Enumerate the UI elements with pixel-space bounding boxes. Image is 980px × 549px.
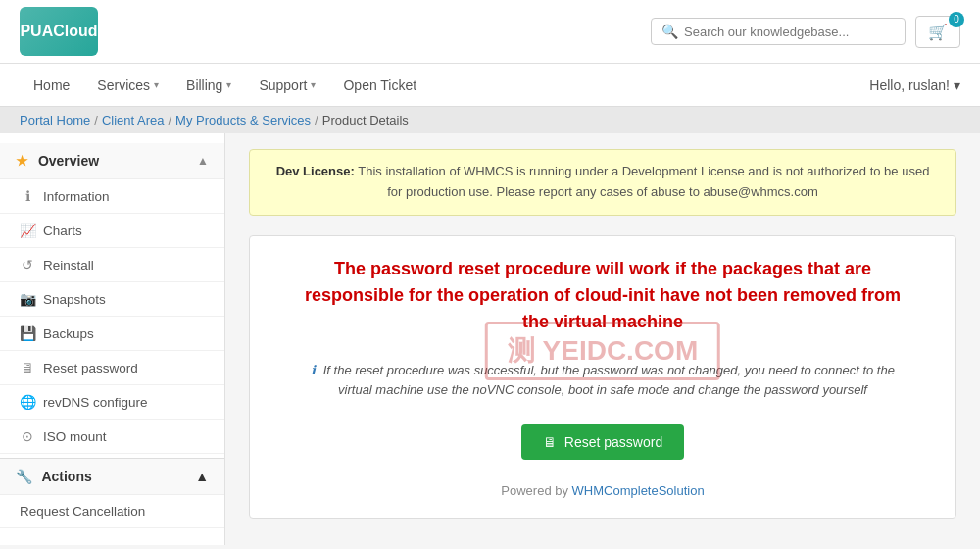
whm-complete-solution-link[interactable]: WHMCompleteSolution	[572, 483, 705, 498]
sidebar-actions-label: Actions	[41, 469, 91, 484]
dev-license-text: This installation of WHMCS is running un…	[358, 164, 929, 199]
sidebar-item-information-label: Information	[43, 189, 110, 204]
user-menu-arrow: ▾	[954, 77, 960, 93]
revdns-icon: 🌐	[20, 394, 35, 410]
overview-chevron-icon: ▲	[197, 154, 209, 168]
reset-password-button[interactable]: 🖥 Reset password	[521, 424, 684, 460]
sidebar-item-backups[interactable]: 💾 Backups	[0, 317, 224, 351]
sidebar-actions-header[interactable]: 🔧 Actions ▲	[0, 458, 224, 495]
sidebar-overview-header[interactable]: ★ Overview ▲	[0, 143, 224, 179]
logo-line1: PUA	[20, 22, 53, 40]
billing-arrow: ▾	[226, 79, 231, 90]
sidebar-item-backups-label: Backups	[43, 326, 94, 341]
header-right: 🔍 🛒 0	[651, 16, 960, 48]
nav-services[interactable]: Services ▾	[83, 64, 172, 106]
sidebar: ★ Overview ▲ ℹ Information 📈 Charts ↺ Re…	[0, 133, 225, 545]
sidebar-item-charts[interactable]: 📈 Charts	[0, 214, 224, 248]
info-note: ℹ If the reset procedure was successful,…	[270, 361, 936, 402]
sidebar-item-revdns[interactable]: 🌐 revDNS configure	[0, 385, 224, 420]
sidebar-item-information[interactable]: ℹ Information	[0, 179, 224, 214]
dev-license-bold: Dev License:	[276, 164, 355, 178]
powered-by: Powered by WHMCompleteSolution	[270, 483, 936, 498]
sidebar-item-charts-label: Charts	[43, 224, 82, 238]
actions-chevron-icon: ▲	[195, 469, 209, 484]
reset-password-button-container: 🖥 Reset password	[270, 424, 936, 460]
sidebar-item-reset-password-label: Reset password	[43, 361, 138, 375]
user-greeting: Hello, ruslan!	[869, 77, 950, 93]
snapshots-icon: 📷	[20, 291, 35, 307]
search-icon: 🔍	[662, 24, 678, 39]
logo: PUA Cloud	[20, 7, 98, 56]
breadcrumb-product-details: Product Details	[322, 113, 409, 127]
support-arrow: ▾	[311, 79, 316, 90]
iso-mount-icon: ⊙	[20, 428, 35, 444]
search-input[interactable]	[684, 25, 895, 39]
nav-support[interactable]: Support ▾	[245, 64, 329, 106]
cart-badge: 0	[949, 12, 964, 27]
sidebar-item-request-cancellation[interactable]: Request Cancellation	[0, 495, 224, 528]
nav-home[interactable]: Home	[20, 64, 83, 106]
main-content: Dev License: This installation of WHMCS …	[225, 133, 980, 545]
info-icon: ℹ	[311, 363, 316, 377]
sidebar-overview-label: Overview	[38, 153, 99, 169]
wrench-icon: 🔧	[16, 469, 32, 484]
sidebar-item-revdns-label: revDNS configure	[43, 395, 148, 410]
cart-button[interactable]: 🛒 0	[915, 16, 960, 48]
sidebar-item-iso-mount-label: ISO mount	[43, 429, 107, 444]
user-menu[interactable]: Hello, ruslan! ▾	[869, 77, 960, 93]
main-nav: Home Services ▾ Billing ▾ Support ▾ Open…	[0, 64, 980, 107]
breadcrumb: Portal Home / Client Area / My Products …	[0, 107, 980, 133]
sidebar-item-reinstall[interactable]: ↺ Reinstall	[0, 248, 224, 282]
top-header: PUA Cloud 🔍 🛒 0	[0, 0, 980, 64]
sidebar-item-snapshots-label: Snapshots	[43, 292, 106, 307]
sidebar-item-iso-mount[interactable]: ⊙ ISO mount	[0, 420, 224, 454]
main-content-inner: The password reset procedure will work i…	[249, 235, 956, 520]
services-arrow: ▾	[154, 79, 159, 90]
powered-by-text: Powered by	[501, 483, 571, 498]
request-cancellation-label: Request Cancellation	[20, 504, 145, 519]
reset-btn-icon: 🖥	[543, 434, 557, 450]
information-icon: ℹ	[20, 188, 35, 204]
backups-icon: 💾	[20, 325, 35, 341]
sidebar-item-snapshots[interactable]: 📷 Snapshots	[0, 282, 224, 317]
charts-icon: 📈	[20, 223, 35, 238]
sidebar-item-reinstall-label: Reinstall	[43, 258, 94, 273]
breadcrumb-my-products[interactable]: My Products & Services	[175, 113, 311, 127]
nav-billing[interactable]: Billing ▾	[172, 64, 245, 106]
reset-btn-label: Reset password	[564, 434, 662, 450]
star-icon: ★	[16, 153, 28, 169]
reinstall-icon: ↺	[20, 257, 35, 273]
content-area: ★ Overview ▲ ℹ Information 📈 Charts ↺ Re…	[0, 133, 980, 545]
info-note-text: If the reset procedure was successful, b…	[323, 363, 895, 398]
nav-left: Home Services ▾ Billing ▾ Support ▾ Open…	[20, 64, 430, 106]
breadcrumb-client-area[interactable]: Client Area	[102, 113, 165, 127]
dev-license-box: Dev License: This installation of WHMCS …	[249, 149, 956, 216]
breadcrumb-portal-home[interactable]: Portal Home	[20, 113, 90, 127]
reset-password-icon: 🖥	[20, 360, 35, 375]
nav-open-ticket[interactable]: Open Ticket	[329, 64, 430, 106]
sidebar-item-reset-password[interactable]: 🖥 Reset password	[0, 351, 224, 385]
logo-line2: Cloud	[53, 22, 97, 40]
search-box[interactable]: 🔍	[651, 18, 906, 45]
warning-message: The password reset procedure will work i…	[270, 256, 936, 335]
